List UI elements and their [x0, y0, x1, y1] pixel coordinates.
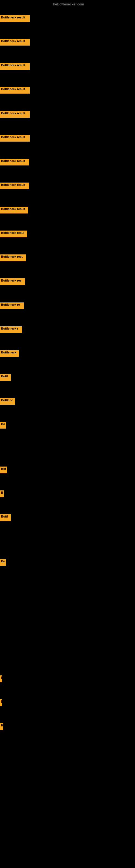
badge-5: Bottleneck result [0, 111, 30, 118]
badge-4: Bottleneck result [0, 87, 30, 94]
badge-17: Bottlene [0, 398, 15, 405]
badge-14: Bottleneck r [0, 326, 22, 333]
badge-18: Bo [0, 422, 6, 429]
badge-8: Bottleneck result [0, 183, 29, 189]
badge-23: | [0, 675, 2, 682]
badge-13: Bottleneck re [0, 303, 24, 309]
badge-1: Bottleneck result [0, 15, 30, 22]
badge-12: Bottleneck res [0, 278, 25, 285]
site-title: TheBottlenecker.com [0, 2, 135, 6]
badge-9: Bottleneck result [0, 207, 28, 214]
badge-3: Bottleneck result [0, 63, 30, 70]
badge-7: Bottleneck result [0, 159, 29, 165]
badge-15: Bottleneck [0, 350, 19, 357]
badge-24: | [0, 699, 2, 706]
badge-20: B [0, 490, 4, 497]
badge-25: E [0, 723, 3, 730]
badge-10: Bottleneck resul [0, 230, 27, 237]
badge-16: Bottl [0, 374, 11, 381]
badge-11: Bottleneck resu [0, 254, 26, 261]
badge-21: Bottl [0, 514, 11, 521]
badge-2: Bottleneck result [0, 39, 30, 45]
badge-19: Bot [0, 467, 7, 473]
badge-6: Bottleneck result [0, 135, 30, 142]
badge-22: Bo [0, 559, 6, 566]
